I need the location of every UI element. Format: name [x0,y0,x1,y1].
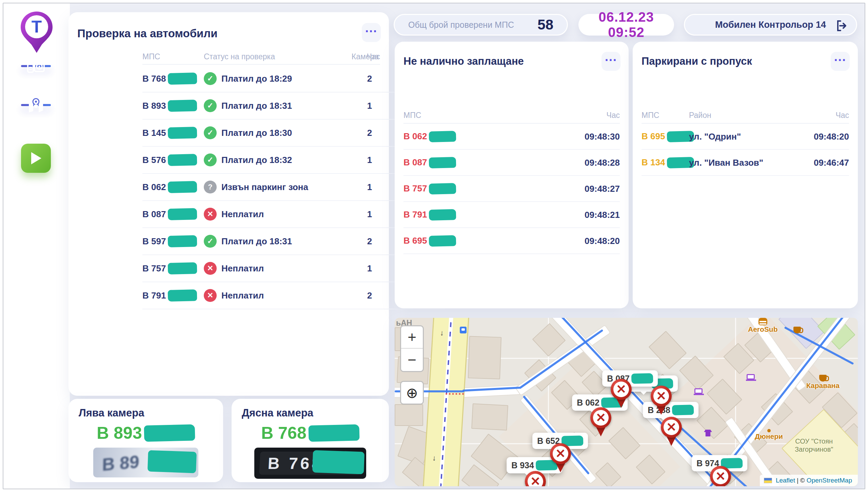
permit-col-time: Час [835,111,849,120]
poi-icon [694,388,703,394]
zoom-out-button[interactable]: − [401,349,423,371]
plate-redaction [429,209,456,221]
leaflet-map[interactable]: ↓ ↓ AeroSub Каравана [395,318,858,486]
violation-marker[interactable] [710,466,731,486]
unpaid-row: В 791 09:48:21 [403,202,620,228]
user-name: Мобилен Контрольор 14 [685,20,856,30]
district: ул. "Иван Вазов" [689,157,763,168]
photo-redaction [147,450,197,473]
violation-marker[interactable] [610,379,632,409]
leaflet-link[interactable]: Leaflet [776,477,795,484]
vehicle-plate: В 695 [642,131,694,142]
poi [460,327,467,333]
plate-redaction [168,73,197,85]
unpaid-panel-title: Не налично заплащане [403,55,524,67]
status-icon [204,235,217,248]
plate-redaction [631,373,653,384]
status-icon [204,126,217,139]
check-status: Платил до 18:31 [204,235,292,248]
map-view-button[interactable] [21,104,51,106]
check-status: Извън паркинг зона [204,181,308,193]
unpaid-panel: Не налично заплащане ... МПС Час В 062 0… [395,42,629,308]
camera-number: 1 [353,209,387,220]
permit-row: В 695 ул. "Одрин" 09:48:20 [642,124,849,150]
poi [694,388,703,394]
plate-redaction [144,424,195,442]
violation-marker[interactable] [590,407,612,437]
vehicle-plate: В 145 [142,127,197,139]
map-attribution: Leaflet | © OpenStreetMap [760,475,858,486]
check-time: 09:48:28 [585,157,620,168]
camera-view-button[interactable] [21,65,51,67]
locate-button[interactable]: ⊕ [400,381,424,405]
camera-number: 1 [353,182,387,192]
vehicle-plate: В 087 [142,208,197,220]
unpaid-panel-menu-button[interactable]: ... [601,52,620,71]
permit-row: В 134 ул. "Иван Вазов" 09:46:47 [642,150,849,176]
total-checked-value: 58 [537,17,553,33]
unpaid-row: В 087 09:48:28 [403,150,620,176]
camera-number: 2 [353,236,387,247]
unpaid-rows: В 062 09:48:30 В 087 09:48:28 В 757 [403,124,620,254]
violation-marker[interactable] [550,443,571,473]
logout-button[interactable] [835,20,847,32]
check-time: 09:48:30 [585,131,620,142]
poi: Дюнери [755,426,783,440]
plate-redaction [308,424,359,442]
vehicle-plate: В 062 [403,131,456,142]
plate-redaction [168,235,197,247]
poi-icon [758,318,767,325]
check-time: 09:48:27 [585,183,620,194]
plate-redaction [168,181,197,193]
plate-redaction [168,289,197,302]
vehicle-plate: В 757 [403,183,456,194]
permit-panel: Паркирани с пропуск ... МПС Район Час В … [633,42,858,308]
plate-redaction [429,235,456,247]
checks-panel-menu-button[interactable]: ... [362,23,381,42]
status-icon [204,208,217,221]
x-marker-icon [651,386,672,407]
photo-redaction [312,450,364,474]
plate-redaction [168,208,197,220]
osm-link[interactable]: OpenStreetMap [807,477,852,484]
x-marker-icon [525,471,546,486]
poi-icon [747,374,755,380]
check-time: 09:46:47 [814,157,849,168]
right-camera-title: Дясна камера [242,407,313,419]
plate-redaction [168,154,197,166]
map-zoom-control: + − [400,325,424,372]
poi-icon [767,429,771,432]
poi: Каравана [806,375,840,390]
status-icon [204,289,217,302]
violation-marker[interactable] [660,417,682,447]
vehicle-plate: В 134 [642,157,694,168]
total-checked-label: Общ брой проверени МПС [408,20,514,30]
crossing-mark [446,393,464,395]
right-camera-plate: В 768 [232,423,389,443]
check-time: 09:48:20 [814,131,849,142]
vehicle-plate: В 768 [142,73,197,84]
permit-panel-menu-button[interactable]: ... [831,52,850,71]
permit-rows: В 695 ул. "Одрин" 09:48:20 В 134 ул. "Ив… [642,124,849,176]
violation-marker[interactable] [650,386,672,415]
x-marker-icon [611,379,632,400]
check-status: Платил до 18:30 [204,126,292,139]
vehicle-plate: В 087 [403,157,456,168]
col-header-mps: МПС [142,52,160,61]
check-status: Платил до 18:29 [204,72,292,85]
poi-icon [460,327,467,333]
header-separator [142,64,380,65]
district: ул. "Одрин" [689,131,741,142]
x-marker-icon [710,466,731,486]
app-logo: T [20,11,54,54]
violation-marker[interactable] [525,471,546,486]
zoom-in-button[interactable]: + [401,326,423,349]
vehicle-plate: В 695 [403,235,456,246]
checks-panel: Проверка на автомобили ... МПС Статус на… [68,12,389,396]
check-status: Неплатил [204,289,264,302]
check-status: Платил до 18:32 [204,153,292,166]
camera-number: 2 [353,74,387,84]
dashboard-page: T [3,3,865,489]
play-button[interactable] [21,144,51,173]
camera-number: 1 [353,101,387,111]
